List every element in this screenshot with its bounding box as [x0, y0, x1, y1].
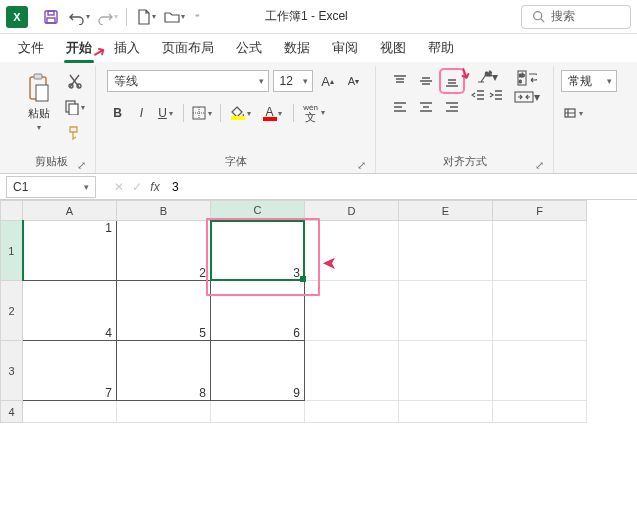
app-name: Excel [318, 9, 347, 23]
cell-a4[interactable] [23, 401, 117, 423]
cell-b3[interactable]: 8 [117, 341, 211, 401]
cell-d1[interactable] [305, 221, 399, 281]
search-icon [532, 10, 545, 23]
row-header-2[interactable]: 2 [1, 281, 23, 341]
cell-c3[interactable]: 9 [211, 341, 305, 401]
align-middle-icon[interactable] [415, 70, 437, 92]
copy-icon[interactable]: ▾ [64, 96, 86, 118]
cell-d3[interactable] [305, 341, 399, 401]
phonetic-guide-button[interactable]: wén文▾ [300, 102, 322, 124]
search-input[interactable]: 搜索 [521, 5, 631, 29]
increase-font-icon[interactable]: A▴ [317, 70, 339, 92]
svg-rect-7 [34, 74, 42, 79]
bold-button[interactable]: B [107, 102, 129, 124]
col-header-f[interactable]: F [493, 201, 587, 221]
wrap-text-button[interactable]: abc [513, 70, 541, 86]
chevron-down-icon: ▾ [84, 182, 89, 192]
fill-color-button[interactable]: ▾ [227, 102, 249, 124]
new-file-icon[interactable]: ▾ [133, 4, 159, 30]
tab-help[interactable]: 帮助 [418, 36, 464, 61]
row-header-3[interactable]: 3 [1, 341, 23, 401]
format-painter-icon[interactable] [64, 122, 86, 144]
font-launcher-icon[interactable]: ⤢ [357, 159, 369, 171]
align-right-icon[interactable] [441, 96, 463, 118]
align-top-icon[interactable] [389, 70, 411, 92]
name-box[interactable]: C1 ▾ [6, 176, 96, 198]
tab-page-layout[interactable]: 页面布局 [152, 36, 224, 61]
cell-b4[interactable] [117, 401, 211, 423]
ribbon: 粘贴 ▾ ▾ 剪贴板 ⤢ 等线 12 A▴ A▾ B I [0, 62, 637, 174]
cell-e1[interactable] [399, 221, 493, 281]
svg-point-5 [534, 12, 542, 20]
annotation-arrow-cell-icon: ➤ [322, 252, 337, 274]
cell-d4[interactable] [305, 401, 399, 423]
cell-c1[interactable]: 3 [211, 221, 305, 281]
name-box-value: C1 [13, 180, 28, 194]
increase-indent-icon[interactable] [489, 88, 503, 102]
tab-formulas[interactable]: 公式 [226, 36, 272, 61]
cell-e4[interactable] [399, 401, 493, 423]
col-header-c[interactable]: C [211, 201, 305, 221]
tab-insert[interactable]: 插入 [104, 36, 150, 61]
redo-icon[interactable]: ▾ [94, 4, 120, 30]
number-format-select[interactable]: 常规 [561, 70, 617, 92]
svg-rect-4 [47, 18, 55, 23]
accounting-format-button[interactable]: ▾ [561, 102, 585, 124]
row-header-4[interactable]: 4 [1, 401, 23, 423]
decrease-font-icon[interactable]: A▾ [343, 70, 365, 92]
open-folder-icon[interactable]: ▾ [161, 4, 187, 30]
cancel-formula-icon[interactable]: ✕ [110, 180, 128, 194]
cell-d2[interactable] [305, 281, 399, 341]
row-header-1[interactable]: 1 [1, 221, 23, 281]
select-all-corner[interactable] [1, 201, 23, 221]
align-center-icon[interactable] [415, 96, 437, 118]
cell-c4[interactable] [211, 401, 305, 423]
cell-f4[interactable] [493, 401, 587, 423]
cell-f1[interactable] [493, 221, 587, 281]
cell-c2[interactable]: 6 [211, 281, 305, 341]
cell-a2[interactable]: 4 [23, 281, 117, 341]
cell-f3[interactable] [493, 341, 587, 401]
font-name-select[interactable]: 等线 [107, 70, 269, 92]
qat-more-icon[interactable]: ⁼ [189, 4, 205, 30]
paste-icon [25, 72, 53, 104]
decrease-indent-icon[interactable] [471, 88, 485, 102]
tab-review[interactable]: 审阅 [322, 36, 368, 61]
svg-rect-3 [48, 11, 54, 15]
cell-a3[interactable]: 7 [23, 341, 117, 401]
cell-e2[interactable] [399, 281, 493, 341]
cell-e3[interactable] [399, 341, 493, 401]
font-color-button[interactable]: A▾ [259, 102, 281, 124]
svg-rect-8 [36, 85, 48, 101]
col-header-d[interactable]: D [305, 201, 399, 221]
cell-a1[interactable]: 1 [23, 221, 117, 281]
undo-icon[interactable]: ▾ [66, 4, 92, 30]
cell-b1[interactable]: 2 [117, 221, 211, 281]
col-header-b[interactable]: B [117, 201, 211, 221]
insert-function-icon[interactable]: fx [146, 180, 164, 194]
formula-input[interactable] [164, 176, 637, 198]
cell-f2[interactable] [493, 281, 587, 341]
alignment-launcher-icon[interactable]: ⤢ [535, 159, 547, 171]
tab-data[interactable]: 数据 [274, 36, 320, 61]
alignment-group-label: 对齐方式 [443, 154, 487, 169]
merge-center-button[interactable]: ▾ [513, 90, 541, 104]
borders-button[interactable]: ▾ [190, 102, 214, 124]
save-icon[interactable] [38, 4, 64, 30]
search-placeholder: 搜索 [551, 8, 575, 25]
clipboard-launcher-icon[interactable]: ⤢ [77, 159, 89, 171]
tab-view[interactable]: 视图 [370, 36, 416, 61]
font-size-select[interactable]: 12 [273, 70, 313, 92]
col-header-a[interactable]: A [23, 201, 117, 221]
underline-button[interactable]: U▾ [155, 102, 177, 124]
italic-button[interactable]: I [131, 102, 153, 124]
cut-icon[interactable] [64, 70, 86, 92]
align-left-icon[interactable] [389, 96, 411, 118]
enter-formula-icon[interactable]: ✓ [128, 180, 146, 194]
col-header-e[interactable]: E [399, 201, 493, 221]
cell-b2[interactable]: 5 [117, 281, 211, 341]
worksheet[interactable]: A B C D E F 1 1 2 3 2 4 5 6 3 7 [0, 200, 637, 514]
paste-button[interactable]: 粘贴 ▾ [18, 70, 60, 134]
title-bar: X ▾ ▾ ▾ ▾ ⁼ 工作簿1 - Excel 搜索 [0, 0, 637, 34]
tab-file[interactable]: 文件 [8, 36, 54, 61]
